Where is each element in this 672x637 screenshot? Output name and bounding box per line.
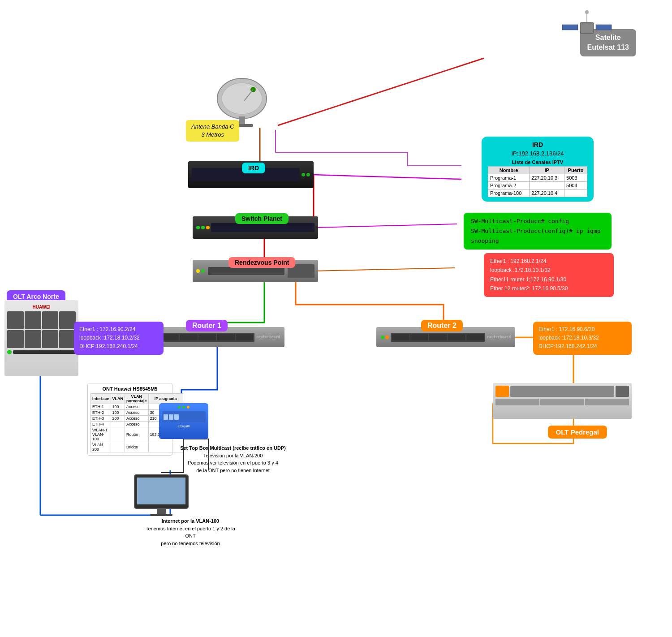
diagram-container: Satelite Eutelsat 113 Antena Banda C 3 M… <box>0 0 672 637</box>
svg-line-0 <box>278 58 484 125</box>
svg-rect-18 <box>150 514 172 516</box>
olt-arco-device: HUAWEI <box>4 300 78 376</box>
rp-label: Rendezvous Point <box>228 257 295 268</box>
table-row: VLAN-200 Bridge <box>91 442 183 452</box>
router1-info: Ether1 : 172.16.90.2/24 loopback :172.18… <box>74 322 164 355</box>
olt-pedregal-label: OLT Pedregal <box>548 426 607 439</box>
svg-rect-4 <box>580 22 594 34</box>
svg-rect-6 <box>596 25 612 30</box>
satellite-icon <box>560 7 614 52</box>
svg-rect-16 <box>137 478 185 504</box>
antena-label: Antena Banda C 3 Metros <box>186 120 239 142</box>
ird-channels-table: Nombre IP Puerto Programa-1 227.20.10.3 … <box>488 166 587 197</box>
router2-label: Router 2 <box>421 320 463 331</box>
table-row: Programa-1 227.20.10.3 5003 <box>488 174 587 182</box>
svg-line-2 <box>314 224 457 228</box>
rp-info-box: Ether1 : 192.168.2.1/24 loopback :172.18… <box>484 253 614 297</box>
olt-pedregal-device <box>493 383 632 419</box>
svg-rect-5 <box>562 25 578 30</box>
table-row: Programa-100 227.20.10.4 <box>488 189 587 197</box>
sw-multicast-box: SW-Multicast-Producc# config SW-Multicas… <box>464 213 612 250</box>
ird-info-box: IRD IP:192.168.2.136/24 Liste de Canales… <box>482 137 594 202</box>
connection-lines <box>0 0 672 637</box>
dish-icon <box>213 74 276 128</box>
internet-label: Internet por la VLAN-100 Tenemos Interne… <box>141 517 240 547</box>
stb-label: Set Top Box Multicast (recibe tráfico en… <box>177 444 289 474</box>
table-row: Programa-2 5004 <box>488 182 587 189</box>
svg-line-3 <box>314 268 455 271</box>
router2-info: Ether1 : 172.16.90.6/30 loopback :172.18… <box>533 322 632 355</box>
switch-planet-label: Switch Planet <box>235 213 289 224</box>
svg-point-8 <box>585 10 589 14</box>
ont-device: Ubiquiti <box>159 403 208 439</box>
svg-line-1 <box>314 175 461 179</box>
ird-device-label: IRD <box>242 163 265 173</box>
svg-point-10 <box>222 83 262 114</box>
monitor-icon <box>130 473 193 517</box>
svg-rect-17 <box>157 508 166 514</box>
router1-label: Router 1 <box>186 320 228 331</box>
